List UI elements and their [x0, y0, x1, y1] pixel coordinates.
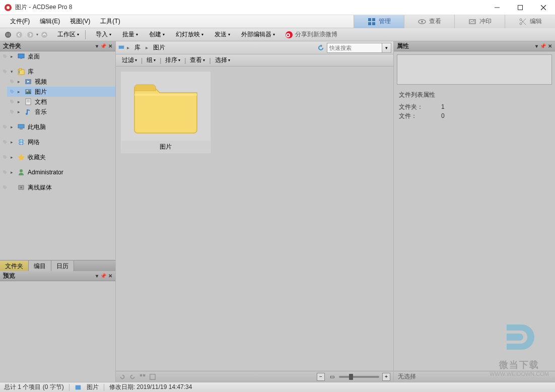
svg-rect-3: [518, 5, 523, 10]
tree-pictures[interactable]: ▸图片: [7, 87, 115, 97]
mode-view[interactable]: 查看: [404, 15, 454, 28]
tree-administrator[interactable]: ▸Administrator: [0, 167, 115, 177]
breadcrumb-pictures[interactable]: 图片: [150, 42, 168, 53]
panel-pin-icon[interactable]: 📌: [100, 273, 106, 279]
breadcrumb-library[interactable]: 库: [131, 42, 144, 53]
expand-icon[interactable]: ▸: [9, 54, 15, 59]
batch-dropdown[interactable]: 批量▾: [119, 29, 141, 40]
main-toolbar: ▾ 工作区▾ 导入▾ 批量▾ 创建▾ 幻灯放映▾ 发送▾ 外部编辑器▾ 分享到新…: [0, 28, 555, 41]
panel-pin-icon[interactable]: 📌: [540, 43, 546, 49]
send-dropdown[interactable]: 发送▾: [212, 29, 233, 40]
scissors-icon: [519, 18, 527, 26]
breadcrumb-arrow-icon[interactable]: ▸: [146, 45, 148, 50]
view-dropdown[interactable]: 查看▾: [188, 55, 207, 66]
expand-icon[interactable]: ▸: [16, 79, 22, 85]
share-weibo-link[interactable]: 分享到新浪微博: [285, 30, 337, 39]
tab-calendar[interactable]: 日历: [51, 260, 74, 271]
expand-icon[interactable]: ▸: [9, 140, 15, 145]
import-dropdown[interactable]: 导入▾: [93, 29, 114, 40]
maximize-button[interactable]: [509, 0, 532, 15]
tree-documents[interactable]: ▸文档: [7, 97, 115, 107]
panel-pin-icon[interactable]: 📌: [100, 43, 106, 49]
weibo-icon: [285, 31, 293, 39]
thumbnail-item[interactable]: 图片: [121, 72, 211, 153]
fullscreen-icon[interactable]: [149, 373, 156, 380]
zoom-fit-button[interactable]: ▭: [328, 373, 336, 381]
zoom-bar: − ▭ +: [116, 371, 393, 382]
tree-music[interactable]: ▸音乐: [7, 107, 115, 117]
zoom-handle[interactable]: [349, 374, 353, 380]
panel-dropdown-icon[interactable]: ▾: [96, 43, 98, 49]
desktop-icon: [17, 52, 25, 60]
app-icon: [4, 4, 12, 12]
tab-folders[interactable]: 文件夹: [0, 260, 29, 271]
svg-rect-28: [19, 71, 20, 74]
panel-close-icon[interactable]: ✕: [108, 273, 112, 279]
thumbnail-area[interactable]: 图片: [116, 67, 393, 371]
prop-folders-value: 1: [441, 102, 445, 111]
group-dropdown[interactable]: 组▾: [145, 55, 158, 66]
expand-icon[interactable]: ▸: [9, 124, 15, 130]
tab-catalog[interactable]: 编目: [29, 260, 51, 271]
mode-develop[interactable]: 冲印: [454, 15, 505, 28]
menu-tools[interactable]: 工具(T): [95, 16, 125, 27]
close-button[interactable]: [532, 0, 555, 15]
tree-favorites[interactable]: ▸收藏夹: [0, 152, 115, 162]
nav-back-icon[interactable]: [14, 30, 24, 40]
nav-up-icon[interactable]: [39, 30, 49, 40]
svg-rect-27: [19, 69, 22, 70]
svg-rect-25: [20, 58, 22, 59]
tag-icon: [9, 99, 15, 105]
filter-dropdown[interactable]: 过滤▾: [120, 55, 139, 66]
minimize-button[interactable]: [485, 0, 509, 15]
rotate-right-icon[interactable]: [129, 373, 136, 380]
create-dropdown[interactable]: 创建▾: [146, 29, 168, 40]
music-icon: [24, 108, 32, 116]
expand-icon[interactable]: ▸: [16, 109, 22, 115]
expand-icon[interactable]: ▸: [16, 99, 22, 105]
panel-close-icon[interactable]: ✕: [548, 43, 552, 49]
tree-videos[interactable]: ▸视频: [7, 77, 115, 87]
search-dropdown-button[interactable]: ▾: [382, 43, 391, 53]
panel-dropdown-icon[interactable]: ▾: [535, 43, 538, 49]
tag-icon: [2, 154, 8, 160]
refresh-icon[interactable]: [317, 44, 325, 52]
svg-rect-48: [75, 385, 81, 389]
rotate-left-icon[interactable]: [119, 373, 126, 380]
tree-desktop[interactable]: ▸桌面: [0, 51, 115, 61]
ext-editor-dropdown[interactable]: 外部编辑器▾: [238, 29, 278, 40]
collapse-icon[interactable]: ▾: [9, 69, 15, 75]
nav-menu-icon[interactable]: [3, 30, 13, 40]
expand-icon[interactable]: ▸: [9, 170, 15, 175]
zoom-slider[interactable]: [339, 376, 379, 378]
tree-network[interactable]: ▸网络: [0, 137, 115, 147]
select-dropdown[interactable]: 选择▾: [213, 55, 232, 66]
zoom-out-button[interactable]: −: [317, 373, 325, 381]
expand-icon[interactable]: ▸: [9, 155, 15, 160]
workspace-dropdown[interactable]: 工作区▾: [54, 29, 82, 40]
nav-forward-icon[interactable]: [25, 30, 35, 40]
title-bar: 图片 - ACDSee Pro 8: [0, 0, 555, 15]
menu-view[interactable]: 视图(V): [65, 16, 95, 27]
slideshow-dropdown[interactable]: 幻灯放映▾: [173, 29, 206, 40]
zoom-in-button[interactable]: +: [382, 373, 390, 381]
svg-point-35: [26, 113, 28, 115]
tag-icon: [2, 139, 8, 145]
expand-icon[interactable]: ▸: [16, 89, 22, 95]
breadcrumb-arrow-icon[interactable]: ▸: [127, 45, 129, 50]
mode-edit[interactable]: 编辑: [505, 15, 555, 28]
mode-manage[interactable]: 管理: [354, 15, 404, 28]
sort-dropdown[interactable]: 排序▾: [163, 55, 182, 66]
menu-file[interactable]: 文件(F): [5, 16, 35, 27]
tree-offline-media[interactable]: ▸离线媒体: [0, 182, 115, 192]
folder-panel-header: 文件夹 ▾ 📌 ✕: [0, 41, 115, 51]
pictures-small-icon: [75, 384, 82, 391]
tree-this-pc[interactable]: ▸此电脑: [0, 122, 115, 132]
quick-search-input[interactable]: [327, 43, 382, 53]
view-mode-icon[interactable]: [139, 373, 146, 380]
panel-close-icon[interactable]: ✕: [108, 43, 112, 49]
tree-library[interactable]: ▾库: [0, 67, 115, 77]
pictures-icon: [24, 88, 32, 96]
menu-edit[interactable]: 编辑(E): [35, 16, 65, 27]
panel-dropdown-icon[interactable]: ▾: [96, 273, 98, 279]
